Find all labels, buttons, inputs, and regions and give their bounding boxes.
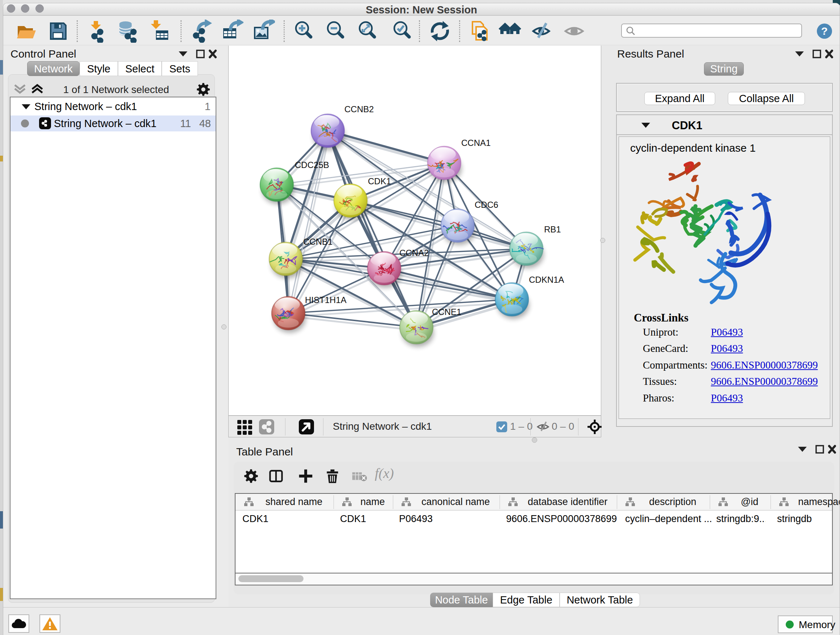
svg-text:CCNA2: CCNA2 (399, 248, 429, 258)
svg-text:CDC6: CDC6 (475, 200, 498, 210)
svg-text:CCNE1: CCNE1 (432, 307, 461, 317)
svg-text:HIST1H1A: HIST1H1A (305, 295, 347, 305)
svg-text:?: ? (821, 25, 828, 37)
svg-text:RB1: RB1 (544, 225, 561, 234)
svg-text:CCNB1: CCNB1 (303, 237, 332, 247)
svg-text:CCNA1: CCNA1 (461, 138, 491, 148)
svg-text:CDK1: CDK1 (368, 176, 391, 186)
svg-text:CDKN1A: CDKN1A (529, 275, 564, 285)
svg-text:CCNB2: CCNB2 (344, 104, 374, 114)
svg-text:CDC25B: CDC25B (295, 160, 329, 170)
